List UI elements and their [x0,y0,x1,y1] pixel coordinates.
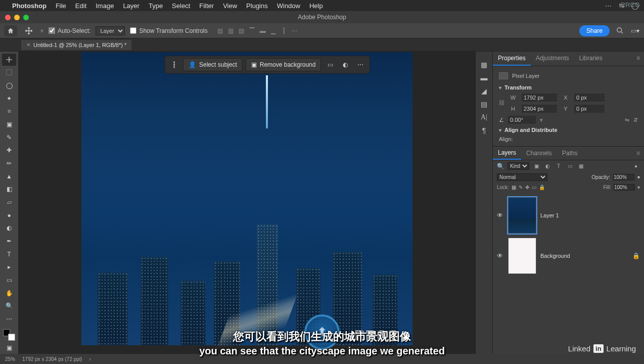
filter-toggle-icon[interactable]: ● [632,163,640,170]
distribute-icon[interactable]: ┇ [280,26,289,35]
layer-row[interactable]: 👁 Background 🔒 [497,236,640,276]
marquee-tool[interactable] [2,67,16,79]
menu-plugins[interactable]: Plugins [246,2,268,10]
edit-toolbar-icon[interactable]: ⋯ [2,313,16,325]
menu-image[interactable]: Image [96,2,114,10]
show-transform-checkbox[interactable]: Show Transform Controls [130,27,207,34]
hand-tool[interactable]: ✋ [2,287,16,299]
eyedropper-tool[interactable]: ✎ [2,131,16,144]
blur-tool[interactable]: ● [2,209,16,221]
remove-background-button[interactable]: ▣ Remove background [246,58,321,71]
doc-info-chevron-icon[interactable]: › [89,356,90,362]
pen-tool[interactable]: ✒ [2,235,16,247]
share-button[interactable]: Share [579,25,610,36]
align-right-icon[interactable]: ▤ [237,26,246,35]
adjustment-icon[interactable]: ◐ [339,59,351,71]
menu-view[interactable]: View [223,2,237,10]
cloud-icon[interactable]: ⋯ [605,2,612,10]
clone-stamp-tool[interactable]: ▲ [2,170,16,183]
tab-properties[interactable]: Properties [493,52,531,66]
angle-dropdown-icon[interactable]: ▾ [540,117,543,123]
menu-select[interactable]: Select [172,2,190,10]
menu-filter[interactable]: Filter [199,2,214,10]
type-tool[interactable]: T [2,248,16,260]
layer-name-label[interactable]: Background [540,253,570,259]
crop-tool[interactable]: ⌗ [2,106,16,118]
layers-panel-menu-icon[interactable]: ≡ [632,147,644,159]
align-distribute-header[interactable]: Align and Distribute [499,127,638,133]
width-field[interactable] [522,94,557,102]
menu-edit[interactable]: Edit [75,2,86,10]
blend-mode-dropdown[interactable]: Normal [497,173,547,181]
menu-window[interactable]: Window [277,2,300,10]
frame-tool[interactable]: ▣ [2,118,16,130]
lock-artboard-icon[interactable]: ▭ [532,185,536,190]
lock-paint-icon[interactable]: ✎ [519,185,523,190]
auto-select-checkbox[interactable]: Auto-Select: [49,27,90,34]
fill-dropdown-icon[interactable]: ▾ [637,185,640,190]
workspace-switcher-icon[interactable]: ▭▾ [630,26,640,36]
tab-close-icon[interactable]: ✕ [26,42,30,48]
angle-field[interactable] [508,116,536,124]
eraser-tool[interactable]: ◧ [2,184,16,196]
lock-position-icon[interactable]: ✥ [525,185,529,190]
app-name[interactable]: Photoshop [12,2,47,10]
opacity-field[interactable] [613,174,634,180]
transform-icon[interactable]: ▭ [324,59,336,71]
tab-channels[interactable]: Channels [521,147,557,159]
layer-thumbnail[interactable] [508,238,536,274]
filter-search-icon[interactable]: 🔍 [497,163,504,170]
path-select-tool[interactable]: ▸ [2,261,16,274]
tab-layers[interactable]: Layers [493,147,521,160]
filter-adjust-icon[interactable]: ◐ [543,163,551,170]
filter-pixel-icon[interactable]: ▣ [532,163,540,170]
window-close-button[interactable] [5,15,11,20]
tab-libraries[interactable]: Libraries [574,52,608,66]
tab-paths[interactable]: Paths [557,147,583,159]
dodge-tool[interactable]: ◐ [2,222,16,235]
menu-type[interactable]: Type [149,2,163,10]
auto-select-target-dropdown[interactable]: Layer [96,26,125,35]
document-tab[interactable]: ✕ Untitled-1 @ 25% (Layer 1, RGB/8*) * [21,40,131,50]
more-align-icon[interactable]: ⋯ [290,26,299,35]
doc-info[interactable]: 1792 px x 2304 px (72 ppi) [22,356,82,362]
filter-shape-icon[interactable]: ▭ [566,163,574,170]
menu-layer[interactable]: Layer [123,2,140,10]
y-field[interactable] [574,105,605,113]
color-panel-icon[interactable]: ▦ [481,61,487,69]
quickmask-icon[interactable]: ▣ [2,342,16,354]
transform-section-header[interactable]: Transform [499,84,638,90]
gradient-tool[interactable]: ▱ [2,196,16,208]
x-field[interactable] [574,94,605,102]
align-middle-v-icon[interactable]: ▬ [258,26,267,35]
gradients-panel-icon[interactable]: ◢ [481,87,487,95]
align-left-icon[interactable]: ▤ [216,26,225,35]
canvas-area[interactable]: ┇ 👤 Select subject ▣ Remove background ▭… [18,52,475,354]
shape-tool[interactable]: ▭ [2,274,16,286]
move-tool[interactable] [2,54,16,66]
filter-kind-dropdown[interactable]: Kind [508,162,529,170]
opacity-dropdown-icon[interactable]: ▾ [637,174,640,180]
color-swatches[interactable] [3,329,15,341]
filter-type-icon[interactable]: T [555,163,563,170]
swatches-panel-icon[interactable]: ▬ [481,74,488,82]
window-maximize-button[interactable] [23,15,29,20]
tab-adjustments[interactable]: Adjustments [531,52,574,66]
flip-v-icon[interactable]: ⇵ [633,117,638,123]
healing-tool[interactable]: ✚ [2,145,16,157]
brush-tool[interactable]: ✏ [2,157,16,169]
align-center-h-icon[interactable]: ▥ [226,26,236,35]
menu-file[interactable]: File [56,2,66,10]
more-options-icon[interactable]: ⋯ [354,59,366,71]
lock-icon[interactable]: 🔒 [632,252,640,259]
fill-field[interactable] [614,184,635,191]
layer-thumbnail[interactable] [508,197,536,234]
align-bottom-icon[interactable]: ▁ [269,26,278,35]
filter-smart-icon[interactable]: ▦ [577,163,585,170]
zoom-level[interactable]: 25% [5,356,15,362]
user-icon[interactable]: ◯ [631,2,639,10]
flip-h-icon[interactable]: ⇋ [625,117,629,123]
height-field[interactable] [522,105,557,113]
paragraph-panel-icon[interactable]: ¶ [482,126,486,134]
align-top-icon[interactable]: ▔ [248,26,257,35]
